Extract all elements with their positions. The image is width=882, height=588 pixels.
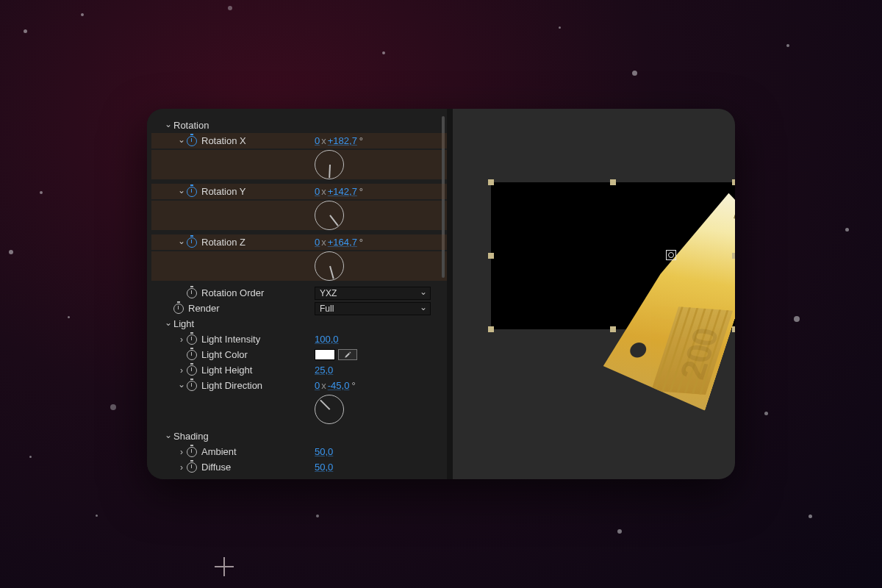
light-color-swatch[interactable]: [315, 349, 335, 360]
transform-handle[interactable]: [610, 326, 616, 332]
stopwatch-icon[interactable]: [187, 462, 197, 473]
anchor-point-icon[interactable]: [666, 250, 676, 260]
group-label: Light: [173, 318, 194, 329]
group-rotation[interactable]: Rotation: [151, 118, 447, 133]
stopwatch-icon[interactable]: [187, 350, 197, 360]
prop-label: Light Height: [201, 365, 252, 376]
prop-value[interactable]: 25,0: [315, 365, 333, 376]
crosshair-icon: [215, 557, 234, 576]
prop-label: Light Intensity: [201, 334, 260, 345]
effect-controls-panel: Rotation Rotation X 0 x +182,7° Rotation…: [147, 109, 735, 479]
twisty-icon[interactable]: [178, 237, 185, 248]
render-dropdown[interactable]: Full: [315, 302, 431, 315]
prop-label: Light Direction: [201, 380, 262, 391]
rotation-x-dial[interactable]: [315, 150, 344, 179]
prop-value[interactable]: 50,0: [315, 462, 333, 473]
stopwatch-icon[interactable]: [187, 187, 197, 197]
stopwatch-icon[interactable]: [187, 447, 197, 457]
prop-rotation-y: Rotation Y 0 x +142,7°: [151, 184, 447, 199]
prop-render: Render Full: [151, 301, 447, 316]
twisty-icon[interactable]: [165, 319, 172, 329]
prop-value[interactable]: 0 x +182,7°: [315, 135, 363, 146]
stopwatch-icon[interactable]: [187, 237, 197, 248]
prop-label: Diffuse: [201, 462, 231, 473]
prop-value[interactable]: 0 x -45,0°: [315, 380, 356, 391]
twisty-icon[interactable]: [178, 447, 185, 457]
transform-handle[interactable]: [732, 253, 735, 259]
composition-preview[interactable]: EURO 200: [453, 109, 735, 479]
stopwatch-icon[interactable]: [187, 136, 197, 146]
twisty-icon[interactable]: [178, 462, 185, 473]
prop-label: Light Color: [201, 349, 248, 360]
prop-light-direction: Light Direction 0 x -45,0°: [151, 378, 447, 393]
transform-handle[interactable]: [488, 253, 494, 259]
group-shading[interactable]: Shading: [151, 429, 447, 444]
stopwatch-icon[interactable]: [187, 365, 197, 376]
transform-handle[interactable]: [488, 179, 494, 185]
stopwatch-icon[interactable]: [187, 381, 197, 391]
twisty-icon[interactable]: [178, 136, 185, 146]
prop-value[interactable]: 50,0: [315, 446, 333, 457]
rotation-order-dropdown[interactable]: YXZ: [315, 287, 431, 300]
twisty-icon[interactable]: [178, 187, 185, 197]
prop-light-intensity: Light Intensity 100,0: [151, 331, 447, 347]
property-tree: Rotation Rotation X 0 x +182,7° Rotation…: [147, 109, 447, 479]
stopwatch-icon[interactable]: [173, 304, 184, 314]
group-light[interactable]: Light: [151, 316, 447, 331]
prop-value[interactable]: 0 x +164,7°: [315, 237, 363, 248]
twisty-icon[interactable]: [178, 334, 185, 345]
transform-handle[interactable]: [488, 326, 494, 332]
prop-label: Rotation Order: [201, 287, 264, 298]
prop-label: Rotation Z: [201, 237, 245, 248]
banknote-layer[interactable]: EURO 200: [588, 180, 735, 410]
denomination-label: 200: [671, 326, 727, 382]
prop-light-color: Light Color: [151, 347, 447, 362]
twisty-icon[interactable]: [165, 431, 172, 442]
prop-light-height: Light Height 25,0: [151, 362, 447, 378]
prop-rotation-z: Rotation Z 0 x +164,7°: [151, 234, 447, 250]
transform-handle[interactable]: [610, 179, 616, 185]
prop-diffuse: Diffuse 50,0: [151, 459, 447, 475]
stopwatch-icon[interactable]: [187, 288, 197, 298]
prop-rotation-x: Rotation X 0 x +182,7°: [151, 133, 447, 148]
twisty-icon[interactable]: [178, 365, 185, 376]
transform-handle[interactable]: [732, 326, 735, 332]
currency-label: EURO: [732, 194, 735, 220]
prop-label: Rotation Y: [201, 186, 245, 197]
eyedropper-icon[interactable]: [338, 349, 357, 360]
prop-rotation-order: Rotation Order YXZ: [151, 285, 447, 301]
stopwatch-icon[interactable]: [187, 334, 197, 345]
group-label: Shading: [173, 431, 209, 442]
group-label: Rotation: [173, 120, 209, 131]
twisty-icon[interactable]: [178, 381, 185, 391]
prop-value[interactable]: 100,0: [315, 334, 339, 345]
layer-bounding-box[interactable]: EURO 200: [491, 182, 735, 329]
panel-divider[interactable]: [447, 109, 453, 479]
prop-value[interactable]: 0 x +142,7°: [315, 186, 363, 197]
prop-label: Ambient: [201, 446, 237, 457]
prop-ambient: Ambient 50,0: [151, 444, 447, 459]
twisty-icon[interactable]: [165, 121, 172, 131]
prop-label: Render: [188, 303, 220, 314]
prop-label: Rotation X: [201, 135, 246, 146]
transform-handle[interactable]: [732, 179, 735, 185]
rotation-z-dial[interactable]: [315, 251, 344, 281]
rotation-y-dial[interactable]: [315, 201, 344, 230]
light-direction-dial[interactable]: [315, 395, 344, 424]
